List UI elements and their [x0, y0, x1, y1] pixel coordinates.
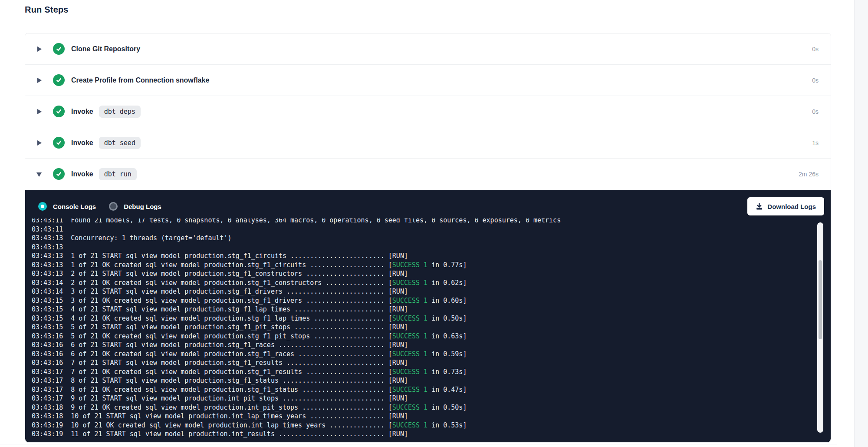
console-log-output: 03:43:11 Found 21 models, 17 tests, 0 sn…	[25, 219, 831, 442]
step-success-check-icon	[53, 43, 65, 55]
log-timestamp: 03:43:16	[32, 359, 63, 367]
log-timestamp: 03:43:17	[32, 368, 63, 376]
step-duration: 1s	[812, 139, 819, 146]
console-scrollbar-track[interactable]	[817, 222, 823, 433]
log-message: Found 21 models, 17 tests, 0 snapshots, …	[63, 219, 561, 224]
console-scrollbar-thumb[interactable]	[819, 260, 822, 339]
step-duration: 0s	[812, 46, 819, 53]
radio-icon[interactable]	[38, 202, 47, 211]
log-message: 8 of 21 OK created sql view model produc…	[63, 386, 392, 394]
log-line: 03:43:11	[32, 225, 831, 234]
log-message: 1 of 21 START sql view model production.…	[63, 252, 408, 260]
log-line: 03:43:15 4 of 21 OK created sql view mod…	[32, 314, 831, 323]
log-line: 03:43:11 Found 21 models, 17 tests, 0 sn…	[32, 219, 831, 225]
step-row[interactable]: Invoke dbt deps 0s	[25, 96, 831, 127]
download-icon	[756, 203, 763, 210]
log-duration-tag: in 0.59s]	[427, 350, 467, 358]
log-success-tag: SUCCESS 1	[392, 261, 427, 269]
log-message: Concurrency: 1 threads (target='default'…	[63, 234, 231, 242]
log-line: 03:43:17 8 of 21 OK created sql view mod…	[32, 385, 831, 394]
log-timestamp: 03:43:16	[32, 332, 63, 340]
log-duration-tag: in 0.60s]	[427, 297, 467, 305]
log-duration-tag: in 0.50s]	[427, 404, 467, 411]
step-row[interactable]: Invoke dbt seed 1s	[25, 127, 831, 159]
log-timestamp: 03:43:13	[32, 261, 63, 269]
log-timestamp: 03:43:17	[32, 377, 63, 384]
log-timestamp: 03:43:17	[32, 386, 63, 394]
log-duration-tag: in 0.77s]	[427, 261, 467, 269]
run-steps-card: Clone Git Repository 0s Create Profile f…	[25, 33, 831, 443]
log-success-tag: SUCCESS 1	[392, 404, 427, 411]
log-message: 3 of 21 START sql view model production.…	[63, 288, 408, 295]
log-line: 03:43:19 11 of 21 START sql view model p…	[32, 430, 831, 439]
step-expand-caret-icon[interactable]	[36, 171, 43, 177]
step-expand-caret-icon[interactable]	[36, 46, 43, 52]
log-message: 11 of 21 START sql view model production…	[63, 430, 408, 438]
step-label: Create Profile from Connection snowflake	[71, 76, 209, 84]
step-row[interactable]: Create Profile from Connection snowflake…	[25, 65, 831, 96]
log-timestamp: 03:43:14	[32, 279, 63, 287]
log-message: 7 of 21 OK created sql view model produc…	[63, 368, 392, 376]
log-line: 03:43:14 2 of 21 OK created sql view mod…	[32, 278, 831, 288]
log-timestamp: 03:43:14	[32, 288, 63, 295]
step-success-check-icon	[53, 168, 65, 180]
log-timestamp: 03:43:11	[32, 219, 63, 224]
log-message: 7 of 21 START sql view model production.…	[63, 359, 408, 367]
log-tab-label[interactable]: Console Logs	[53, 203, 96, 210]
log-tab[interactable]: Console Logs	[38, 202, 96, 211]
log-timestamp: 03:43:19	[32, 421, 63, 429]
log-success-tag: SUCCESS 1	[392, 279, 427, 287]
step-expand-caret-icon[interactable]	[36, 109, 43, 115]
log-success-tag: SUCCESS 1	[392, 386, 427, 394]
log-success-tag: SUCCESS 1	[392, 315, 427, 322]
log-message: 4 of 21 OK created sql view model produc…	[63, 315, 392, 322]
log-message: 5 of 21 START sql view model production.…	[63, 323, 408, 331]
step-label: Invoke	[71, 170, 93, 178]
log-timestamp: 03:43:11	[32, 225, 63, 233]
step-success-check-icon	[53, 106, 65, 117]
log-timestamp: 03:43:15	[32, 323, 63, 331]
step-duration: 2m 26s	[799, 171, 819, 178]
step-command-badge: dbt deps	[99, 106, 141, 118]
log-timestamp: 03:43:15	[32, 297, 63, 305]
step-success-check-icon	[53, 137, 65, 149]
log-timestamp: 03:43:13	[32, 270, 63, 278]
step-command-badge: dbt seed	[99, 137, 141, 149]
log-duration-tag: in 0.73s]	[427, 368, 467, 376]
log-message: 6 of 21 OK created sql view model produc…	[63, 350, 392, 358]
step-row[interactable]: Invoke dbt run 2m 26s	[25, 159, 831, 190]
log-timestamp: 03:43:13	[32, 243, 63, 251]
download-logs-button[interactable]: Download Logs	[747, 197, 824, 215]
step-expand-caret-icon[interactable]	[36, 140, 43, 146]
radio-icon[interactable]	[109, 202, 118, 211]
log-line: 03:43:16 5 of 21 OK created sql view mod…	[32, 332, 831, 341]
log-line: 03:43:16 6 of 21 OK created sql view mod…	[32, 350, 831, 359]
right-gutter	[854, 0, 868, 447]
step-row[interactable]: Clone Git Repository 0s	[25, 33, 831, 65]
log-message: 8 of 21 START sql view model production.…	[63, 377, 408, 384]
log-duration-tag: in 0.63s]	[427, 332, 467, 340]
log-message: 5 of 21 OK created sql view model produc…	[63, 332, 392, 340]
log-line: 03:43:15 3 of 21 OK created sql view mod…	[32, 296, 831, 305]
section-divider	[0, 444, 837, 444]
log-success-tag: SUCCESS 1	[392, 421, 427, 429]
log-line: 03:43:19 10 of 21 OK created sql view mo…	[32, 421, 831, 430]
step-duration: 0s	[812, 77, 819, 84]
log-line: 03:43:18 10 of 21 START sql view model p…	[32, 412, 831, 421]
log-tab-label[interactable]: Debug Logs	[124, 203, 161, 210]
log-line: 03:43:13 1 of 21 OK created sql view mod…	[32, 261, 831, 270]
step-label: Invoke	[71, 108, 93, 116]
log-line: 03:43:16 6 of 21 START sql view model pr…	[32, 341, 831, 350]
log-timestamp: 03:43:16	[32, 341, 63, 349]
log-timestamp: 03:43:13	[32, 252, 63, 260]
log-message: 10 of 21 OK created sql view model produ…	[63, 421, 392, 429]
log-timestamp: 03:43:18	[32, 404, 63, 411]
log-success-tag: SUCCESS 1	[392, 332, 427, 340]
step-duration: 0s	[812, 108, 819, 115]
log-tab[interactable]: Debug Logs	[109, 202, 161, 211]
step-expand-caret-icon[interactable]	[36, 77, 43, 83]
log-success-tag: SUCCESS 1	[392, 350, 427, 358]
log-line: 03:43:17 8 of 21 START sql view model pr…	[32, 376, 831, 385]
log-timestamp: 03:43:18	[32, 412, 63, 420]
log-success-tag: SUCCESS 1	[392, 297, 427, 305]
